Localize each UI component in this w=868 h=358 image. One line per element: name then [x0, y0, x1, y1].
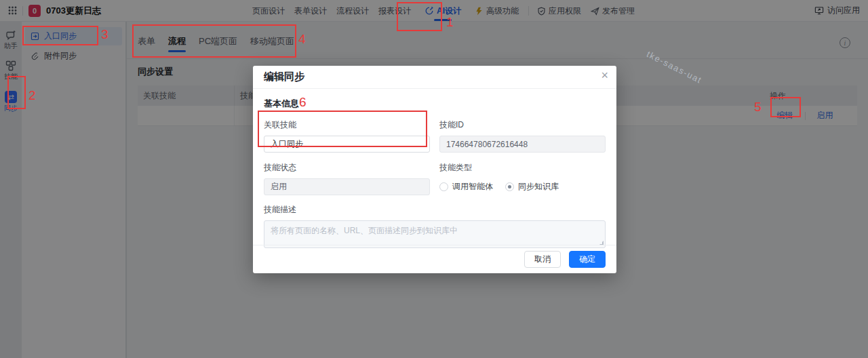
radio-checked-icon: [505, 182, 514, 191]
annotation-number-5: 5: [754, 100, 762, 113]
skill-status-input: [264, 178, 430, 195]
field-skill-status: 技能状态: [264, 162, 430, 195]
field-skill-type: 技能类型 调用智能体 同步知识库: [439, 162, 606, 195]
skill-id-input: [439, 136, 606, 153]
annotation-box-6: [258, 111, 427, 147]
radio-unchecked-icon: [439, 182, 448, 191]
section-basic-info: 基本信息: [264, 98, 606, 110]
annotation-box-3: [22, 26, 98, 45]
annotation-number-3: 3: [101, 28, 108, 41]
field-label: 技能ID: [439, 119, 606, 131]
annotation-number-2: 2: [28, 89, 36, 102]
skill-desc-textarea[interactable]: [264, 220, 606, 248]
radio-option-knowledge[interactable]: 同步知识库: [505, 181, 559, 193]
annotation-box-2: [7, 76, 26, 109]
close-icon[interactable]: ×: [601, 68, 608, 83]
app-window: 0 0703更新日志 页面设计 表单设计 流程设计 报表设计 AI设计: [0, 0, 868, 358]
modal-footer: 取消 确定: [253, 245, 616, 273]
radio-label: 调用智能体: [452, 181, 493, 193]
annotation-box-1: [397, 2, 442, 31]
field-skill-id: 技能ID: [439, 119, 606, 153]
annotation-number-6: 6: [299, 96, 307, 108]
edit-sync-modal: 编辑同步 × 基本信息 关联技能 技能ID 技能状态: [253, 66, 616, 273]
field-label: 技能类型: [439, 162, 606, 174]
annotation-box-5: [770, 97, 801, 117]
annotation-number-1: 1: [446, 16, 454, 28]
field-label: 技能描述: [264, 204, 606, 216]
radio-label: 同步知识库: [518, 181, 559, 193]
radio-option-agent[interactable]: 调用智能体: [439, 181, 493, 193]
annotation-box-4: [132, 24, 296, 58]
field-row-2: 技能状态 技能类型 调用智能体 同步知识库: [264, 162, 606, 195]
modal-title: 编辑同步: [264, 71, 304, 83]
skill-type-radio-group: 调用智能体 同步知识库: [439, 178, 606, 195]
modal-header: 编辑同步 ×: [253, 66, 616, 89]
annotation-number-4: 4: [298, 33, 306, 45]
cancel-button[interactable]: 取消: [524, 251, 561, 268]
field-skill-desc: 技能描述: [264, 204, 606, 251]
confirm-button[interactable]: 确定: [569, 251, 606, 268]
field-label: 技能状态: [264, 162, 430, 174]
